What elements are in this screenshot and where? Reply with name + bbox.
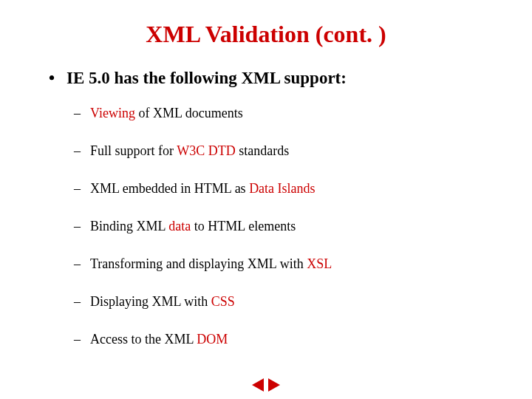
slide: XML Validation (cont. ) IE 5.0 has the f…: [0, 0, 532, 377]
triangle-left-icon: [252, 378, 264, 392]
list-item-highlight: W3C DTD: [177, 143, 236, 158]
slide-nav: [252, 378, 280, 392]
list-item: XML embedded in HTML as Data Islands: [90, 181, 488, 197]
slide-title: XML Validation (cont. ): [44, 21, 488, 48]
prev-button[interactable]: [252, 378, 264, 392]
list-item-text: Displaying XML with: [90, 294, 211, 309]
sub-bullet-list: Viewing of XML documents Full support fo…: [90, 106, 488, 347]
main-bullet: IE 5.0 has the following XML support:: [66, 69, 488, 88]
list-item-text: Binding XML: [90, 219, 168, 233]
list-item-text: XML embedded in HTML as: [90, 181, 249, 196]
list-item-text: Full support for: [90, 143, 177, 158]
list-item-text: to HTML elements: [191, 219, 296, 233]
list-item: Displaying XML with CSS: [90, 294, 488, 310]
list-item-text: Transforming and displaying XML with: [90, 256, 307, 271]
list-item-highlight: Viewing: [90, 106, 135, 120]
list-item-highlight: data: [168, 219, 191, 233]
list-item-highlight: XSL: [307, 256, 332, 271]
list-item: Access to the XML DOM: [90, 332, 488, 347]
list-item-text: Access to the XML: [90, 332, 197, 347]
triangle-right-icon: [268, 378, 280, 392]
list-item-highlight: DOM: [197, 332, 228, 347]
list-item: Transforming and displaying XML with XSL: [90, 256, 488, 272]
list-item: Viewing of XML documents: [90, 106, 488, 121]
list-item-highlight: CSS: [211, 294, 235, 309]
list-item: Full support for W3C DTD standards: [90, 143, 488, 159]
next-button[interactable]: [268, 378, 280, 392]
list-item-text: of XML documents: [135, 106, 243, 120]
list-item-text: standards: [236, 143, 289, 158]
list-item: Binding XML data to HTML elements: [90, 219, 488, 234]
list-item-highlight: Data Islands: [249, 181, 315, 196]
